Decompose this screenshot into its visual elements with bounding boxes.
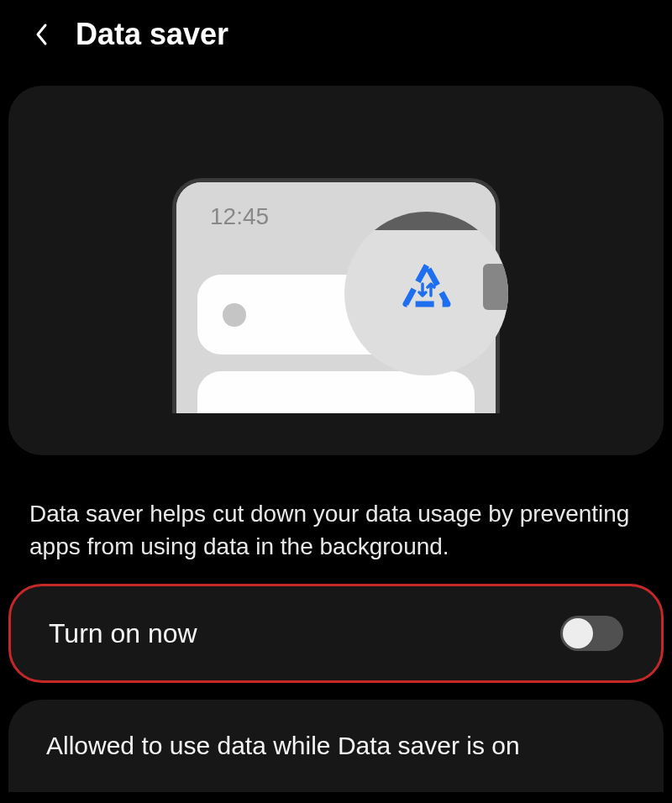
battery-icon bbox=[483, 264, 508, 310]
illustration-dot bbox=[223, 303, 246, 327]
toggle-knob bbox=[563, 618, 593, 648]
allowed-data-row[interactable]: Allowed to use data while Data saver is … bbox=[8, 700, 664, 792]
magnify-circle bbox=[344, 212, 508, 375]
phone-time: 12:45 bbox=[210, 203, 269, 230]
back-icon[interactable] bbox=[34, 22, 50, 47]
description-text: Data saver helps cut down your data usag… bbox=[0, 472, 672, 575]
illustration-card: 12:45 bbox=[8, 86, 664, 455]
page-title: Data saver bbox=[76, 17, 228, 52]
illustration-row-2 bbox=[197, 371, 475, 413]
allowed-label: Allowed to use data while Data saver is … bbox=[46, 732, 626, 760]
data-saver-triangle-icon bbox=[397, 262, 456, 318]
header: Data saver bbox=[0, 0, 672, 69]
turn-on-now-row[interactable]: Turn on now bbox=[8, 584, 664, 683]
turn-on-toggle[interactable] bbox=[560, 616, 623, 651]
turn-on-label: Turn on now bbox=[49, 618, 197, 649]
